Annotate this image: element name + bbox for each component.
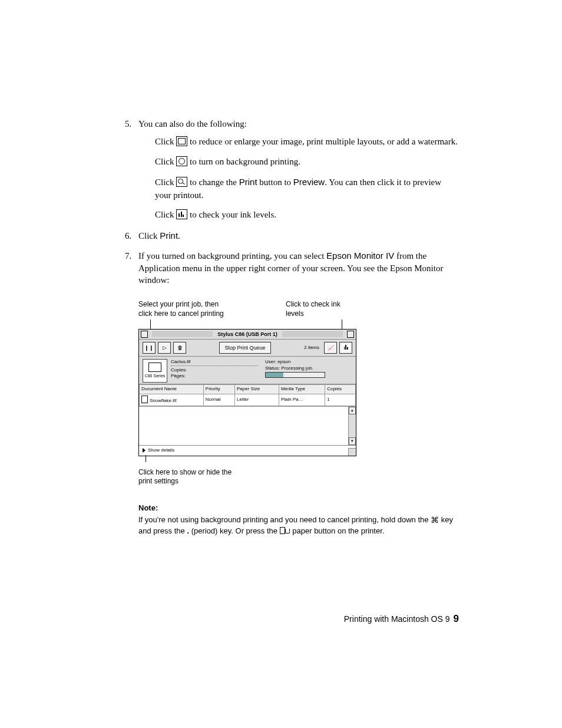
annotation-ink: Click to check ink levels [286, 300, 356, 318]
step5-b: Click to turn on background printing. [155, 156, 459, 169]
window-titlebar: Stylus C86 (USB Port 1) [139, 330, 356, 340]
pause-button: ❙❙ [143, 342, 156, 354]
annotation-cancel: Select your print job, then click here t… [138, 300, 227, 318]
paper-button-icon [280, 527, 290, 534]
close-box-icon [141, 331, 148, 338]
document-icon [141, 396, 148, 403]
status-button: 📈 [324, 342, 337, 354]
collapse-box-icon [347, 331, 354, 338]
monitor-toolbar: ❙❙ ▷ 🗑 Stop Print Queue 2 items 📈 [139, 340, 356, 357]
copies-label: Copies: [171, 367, 258, 373]
table-row: Snowflake.tif Normal Letter Plain Pa… 1 [140, 394, 356, 406]
step5-intro: You can also do the following: [138, 119, 247, 129]
job-list-area: ▴▾ [139, 406, 356, 445]
item-count: 2 items [304, 345, 319, 351]
disclosure-triangle-icon [143, 448, 146, 453]
annotation-details: Click here to show or hide the print set… [138, 468, 233, 486]
note-heading: Note: [138, 503, 459, 514]
step5-c: Click to change the Print button to Prev… [155, 176, 459, 202]
jobs-table: Document Name Priority Paper Size Media … [139, 384, 356, 406]
resume-button: ▷ [158, 342, 171, 354]
pages-label: Pages: [171, 373, 258, 379]
resize-handle-icon [348, 448, 356, 456]
ink-button [339, 342, 352, 354]
monitor-figure: Select your print job, then click here t… [138, 300, 356, 486]
page-footer: Printing with Macintosh OS 99 [344, 613, 459, 625]
step-5: You can also do the following: Click to … [134, 118, 459, 222]
scrollbar: ▴▾ [348, 407, 356, 445]
command-key-icon: ⌘ [431, 514, 439, 526]
window-title: Stylus C86 (USB Port 1) [215, 331, 280, 338]
note-block: Note: If you're not using background pri… [138, 503, 459, 537]
preview-icon [176, 177, 187, 187]
trash-button: 🗑 [173, 342, 186, 354]
layout-icon [176, 136, 187, 146]
ink-levels-icon [176, 209, 187, 219]
step-6: Click Print. [134, 230, 459, 242]
background-print-icon [176, 156, 187, 166]
epson-monitor-window: Stylus C86 (USB Port 1) ❙❙ ▷ 🗑 Stop Prin… [138, 329, 356, 456]
stop-queue-button: Stop Print Queue [219, 342, 271, 354]
job-info: C86 Series Cactus.tif Copies: Pages: Use… [139, 357, 356, 384]
table-header-row: Document Name Priority Paper Size Media … [140, 385, 356, 394]
progress-bar [265, 372, 325, 378]
step5-a: Click to reduce or enlarge your image, p… [155, 136, 459, 149]
step-7: If you turned on background printing, yo… [134, 250, 459, 537]
step5-d: Click to check your ink levels. [155, 209, 459, 222]
show-details-row: Show details [139, 445, 356, 456]
printer-icon: C86 Series [143, 359, 167, 383]
current-file: Cactus.tif [171, 359, 258, 365]
